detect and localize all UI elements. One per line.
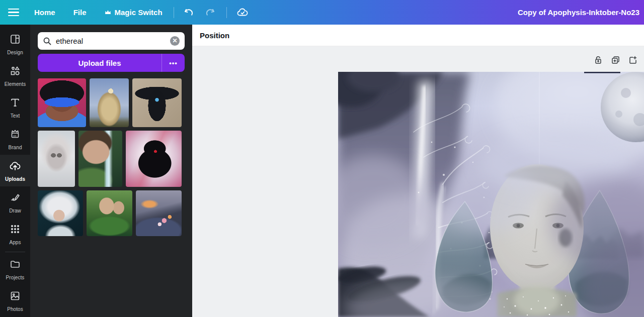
hamburger-menu-icon[interactable]: [8, 9, 19, 16]
crown-icon: [105, 10, 111, 15]
upload-thumbnail-misty-mountain-flowers[interactable]: [136, 190, 182, 236]
sidebar-item-text[interactable]: Text: [0, 91, 30, 123]
magic-switch-menu-item[interactable]: Magic Switch: [105, 8, 163, 17]
svg-text:co.: co.: [13, 134, 17, 137]
upload-files-button-group: Upload files •••: [38, 54, 185, 72]
document-title[interactable]: Copy of Apophysis-Inktober-No23: [518, 8, 639, 17]
sidebar-item-apps[interactable]: Apps: [0, 218, 30, 250]
clear-search-icon[interactable]: ✕: [170, 36, 180, 46]
sidebar-item-elements[interactable]: Elements: [0, 60, 30, 91]
upload-thumbnail-green-foliage-faces[interactable]: [87, 190, 132, 236]
page-actions: [594, 55, 638, 67]
undo-icon[interactable]: [184, 8, 195, 18]
canvas-workspace[interactable]: [192, 46, 644, 317]
add-page-icon[interactable]: [628, 55, 638, 67]
projects-icon: [9, 258, 21, 272]
file-menu-item[interactable]: File: [73, 8, 87, 17]
sidebar-item-design[interactable]: Design: [0, 28, 30, 60]
top-bar: Home File Magic Switch Copy of Apophysis…: [0, 0, 644, 25]
draw-icon: [9, 191, 21, 205]
upload-thumbnail-golden-sand-figure[interactable]: [90, 78, 129, 127]
search-input[interactable]: [56, 37, 170, 45]
upload-thumbnail-raven-blue-eye[interactable]: [132, 78, 182, 127]
upload-files-button[interactable]: Upload files: [38, 54, 162, 72]
toolbar-divider: [174, 7, 174, 18]
search-icon: [43, 37, 52, 46]
cloud-save-icon[interactable]: [236, 7, 250, 18]
context-toolbar: Position: [192, 25, 644, 46]
elements-icon: [9, 65, 21, 79]
ethereal-collage-image: [338, 72, 644, 317]
photos-icon: [9, 290, 21, 304]
home-menu-item[interactable]: Home: [34, 8, 55, 17]
design-icon: [9, 33, 21, 47]
sidebar-item-photos[interactable]: Photos: [0, 285, 30, 317]
upload-thumbnail-pale-ethereal-portrait[interactable]: [38, 131, 75, 187]
toolbar-divider: [226, 7, 227, 18]
uploads-icon: [9, 160, 22, 174]
apps-icon: [9, 223, 21, 237]
sidebar-item-brand[interactable]: co. Brand: [0, 123, 30, 155]
sidebar-item-uploads[interactable]: Uploads: [0, 155, 30, 186]
redo-icon[interactable]: [204, 8, 215, 18]
lock-icon[interactable]: [594, 55, 603, 67]
magic-switch-label: Magic Switch: [115, 8, 163, 17]
upload-thumbnail-portrait-blue-lips[interactable]: [38, 78, 86, 127]
text-icon: [9, 96, 21, 111]
uploads-panel: ✕ Upload files •••: [30, 25, 192, 317]
search-box: ✕: [38, 32, 185, 50]
duplicate-page-icon[interactable]: [611, 55, 620, 67]
sidebar-item-draw[interactable]: Draw: [0, 186, 30, 218]
sidebar-item-projects[interactable]: Projects: [0, 254, 30, 285]
upload-thumbnail-dark-spiky-creature[interactable]: [126, 131, 182, 187]
uploads-grid: [38, 78, 185, 236]
canvas-page-artwork[interactable]: [338, 72, 644, 317]
upload-thumbnail-forest-waterfall-face[interactable]: [78, 131, 122, 187]
app-sidebar: Design Elements Text co. Brand Uploads: [0, 25, 30, 317]
upload-thumbnail-white-hair-spirit[interactable]: [38, 190, 83, 236]
upload-more-options-button[interactable]: •••: [162, 54, 185, 72]
brand-icon: co.: [9, 128, 21, 142]
position-button[interactable]: Position: [200, 31, 229, 40]
sidebar-divider: [5, 252, 25, 252]
